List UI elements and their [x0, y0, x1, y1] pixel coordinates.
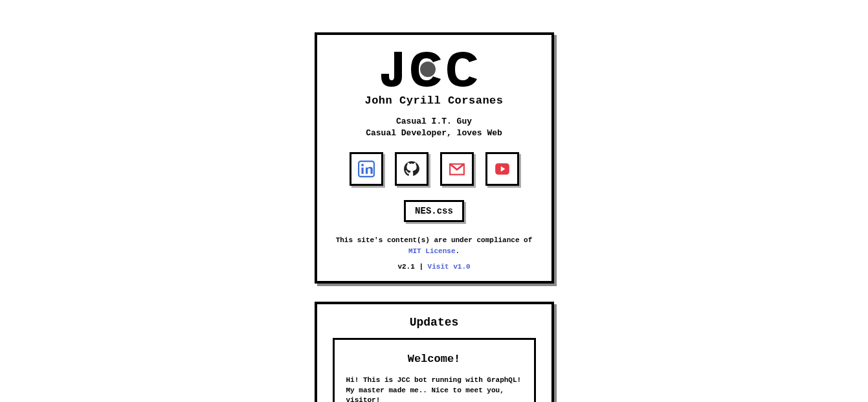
version-text: v2.1 | Visit v1.0 — [333, 263, 536, 271]
linkedin-button[interactable] — [350, 152, 383, 186]
svg-point-0 — [420, 61, 436, 77]
jcc-logo — [376, 48, 493, 93]
license-text: This site's content(s) are under complia… — [333, 235, 536, 256]
github-icon — [403, 161, 420, 177]
welcome-text: Hi! This is JCC bot running with GraphQL… — [346, 375, 522, 402]
license-after: . — [456, 247, 460, 255]
subtitle: Casual I.T. Guy Casual Developer, loves … — [333, 116, 536, 139]
welcome-title: Welcome! — [346, 353, 522, 365]
profile-card: John Cyrill Corsanes Casual I.T. Guy Cas… — [315, 32, 554, 284]
social-row — [333, 152, 536, 186]
svg-rect-2 — [361, 168, 363, 174]
logo-row — [333, 48, 536, 93]
subtitle-line2: Casual Developer, loves Web — [366, 128, 502, 138]
gmail-button[interactable] — [440, 152, 474, 186]
version-label: v2.1 | — [397, 263, 427, 271]
youtube-button[interactable] — [485, 152, 519, 186]
page-title: John Cyrill Corsanes — [333, 95, 536, 107]
youtube-icon — [494, 161, 511, 177]
updates-card: Updates Welcome! Hi! This is JCC bot run… — [315, 302, 554, 402]
updates-inner: Welcome! Hi! This is JCC bot running wit… — [333, 338, 536, 402]
subtitle-line1: Casual I.T. Guy — [396, 117, 472, 126]
linkedin-icon — [358, 161, 375, 177]
visit-v1-link[interactable]: Visit v1.0 — [428, 263, 471, 271]
github-button[interactable] — [395, 152, 428, 186]
nes-css-button[interactable]: NES.css — [404, 200, 464, 222]
svg-point-3 — [361, 164, 364, 166]
mit-license-link[interactable]: MIT License — [408, 247, 456, 255]
gmail-icon — [449, 161, 465, 177]
license-before: This site's content(s) are under complia… — [336, 236, 533, 244]
updates-title: Updates — [333, 316, 536, 329]
nes-button-row: NES.css — [333, 200, 536, 222]
